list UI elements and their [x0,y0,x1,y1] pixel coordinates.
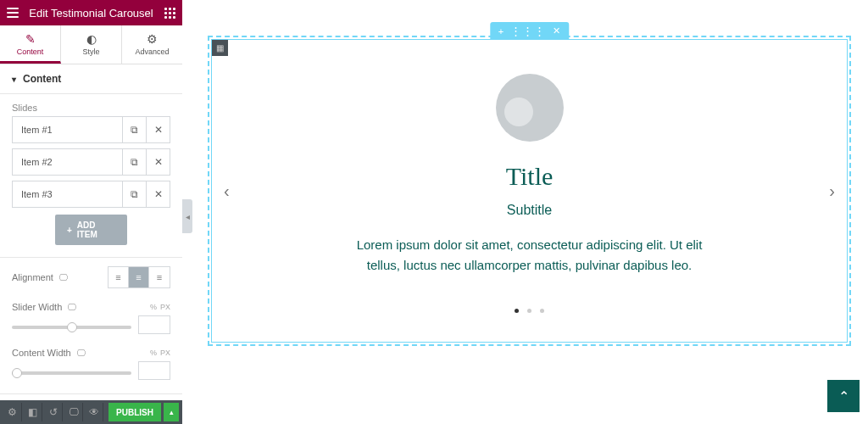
unit-label[interactable]: PX [160,303,170,311]
tab-style[interactable]: ◐ Style [61,25,122,64]
gear-icon: ⚙ [122,32,182,46]
carousel-prev-button[interactable]: ‹ [224,181,230,201]
tab-advanced-label: Advanced [122,47,182,56]
caret-down-icon: ▾ [12,75,16,84]
navigator-icon[interactable]: ◧ [24,403,42,421]
add-item-label: ADD ITEM [77,220,115,239]
desktop-icon[interactable]: 🖵 [58,272,68,282]
close-icon[interactable]: ✕ [146,149,170,175]
alignment-label: Alignment [12,272,53,282]
hamburger-icon [7,8,19,18]
close-icon[interactable]: ✕ [553,25,560,36]
add-section-icon[interactable]: + [498,26,504,36]
preview-icon[interactable]: 👁 [85,403,103,421]
testimonial-widget[interactable]: ‹ › Title Subtitle Lorem ipsum dolor sit… [211,39,848,343]
avatar-placeholder [496,74,564,142]
menu-toggle[interactable] [0,8,25,18]
slides-label: Slides [0,94,182,116]
tab-advanced[interactable]: ⚙ Advanced [122,25,182,64]
publish-button[interactable]: PUBLISH [108,403,161,421]
panel-title: Edit Testimonial Carousel [25,7,157,20]
align-center-button[interactable]: ≡ [129,267,149,287]
section-container[interactable]: ▦ ‹ › Title Subtitle Lorem ipsum dolor s… [208,36,851,346]
content-width-label: Content Width [12,348,71,358]
close-icon[interactable]: ✕ [146,117,170,142]
align-left-button[interactable]: ≡ [108,267,129,287]
duplicate-icon[interactable]: ⧉ [122,149,146,175]
tab-content-label: Content [0,47,60,56]
slide-item[interactable]: Item #3 ⧉ ✕ [12,181,170,208]
section-content-label: Content [23,73,61,85]
scroll-to-top-button[interactable]: ⌃ [827,380,860,412]
section-handle[interactable]: + ⋮⋮⋮ ✕ [490,22,569,40]
pagination-dot[interactable] [515,309,519,313]
pencil-icon: ✎ [0,32,60,46]
slider-width-input[interactable] [138,315,170,334]
slide-item-label: Item #3 [13,182,122,206]
slide-item[interactable]: Item #2 ⧉ ✕ [12,148,170,176]
history-icon[interactable]: ↺ [44,403,63,421]
desktop-icon[interactable]: 🖵 [76,348,86,358]
slide-item-label: Item #2 [13,150,122,174]
apps-icon [164,8,175,19]
slide-item[interactable]: Item #1 ⧉ ✕ [12,116,170,143]
slider-width-range[interactable] [12,326,131,329]
plus-icon: + [67,226,72,235]
add-item-button[interactable]: + ADD ITEM [55,215,127,245]
link-icon[interactable]: % [150,303,157,311]
drag-handle-icon[interactable]: ⋮⋮⋮ [510,25,546,37]
slider-width-label: Slider Width [12,302,62,312]
pagination-dot[interactable] [540,309,544,313]
pagination-dot[interactable] [527,309,531,313]
publish-options-button[interactable]: ▴ [164,403,179,421]
slide-item-label: Item #1 [13,118,122,142]
responsive-icon[interactable]: 🖵 [64,403,83,421]
testimonial-title: Title [229,162,830,191]
desktop-icon[interactable]: 🖵 [67,302,76,312]
widgets-panel-button[interactable] [157,8,182,19]
content-width-range[interactable] [12,371,131,375]
tab-content[interactable]: ✎ Content [0,25,61,64]
testimonial-text: Lorem ipsum dolor sit amet, consectetur … [352,235,708,276]
close-icon[interactable]: ✕ [146,181,170,207]
duplicate-icon[interactable]: ⧉ [122,117,146,142]
section-content-toggle[interactable]: ▾ Content [0,64,182,94]
carousel-pagination [229,301,830,316]
align-right-button[interactable]: ≡ [149,267,170,287]
tab-style-label: Style [61,47,121,56]
duplicate-icon[interactable]: ⧉ [122,181,146,207]
link-icon[interactable]: % [150,349,157,357]
contrast-icon: ◐ [61,32,121,46]
carousel-next-button[interactable]: › [829,181,835,201]
content-width-input[interactable] [138,361,170,380]
settings-icon[interactable]: ⚙ [3,403,22,421]
unit-label[interactable]: PX [160,349,170,357]
testimonial-subtitle: Subtitle [229,203,830,218]
